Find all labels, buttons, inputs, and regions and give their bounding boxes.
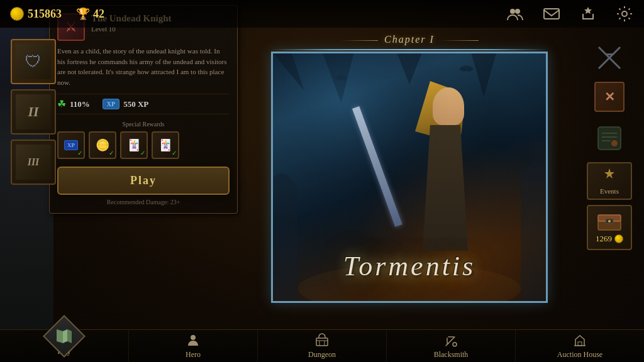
svg-rect-21 <box>578 342 582 346</box>
quest-panel: ⚔ The Undead Knight Level 10 Even as a c… <box>49 5 238 214</box>
character-2-icon: II <box>28 104 38 120</box>
gold-amount: 515863 <box>28 8 62 21</box>
events-button[interactable]: Events <box>587 162 632 200</box>
coin-icon <box>10 7 24 21</box>
nav-play[interactable]: Play <box>0 330 129 362</box>
trophy-amount: 42 <box>93 8 104 21</box>
character-slot-3[interactable]: III <box>11 140 56 185</box>
topbar: 515863 🏆 42 <box>0 0 644 28</box>
left-sidebar: 🛡 II III <box>5 33 62 185</box>
rewards-row: XP ✓ 🪙 ✓ 🃏 ✓ 🃏 ✓ <box>57 131 230 159</box>
crossed-swords-icon <box>594 42 625 74</box>
bottom-nav: Play Hero Dungeon Blacksmi <box>0 329 644 362</box>
guild-button[interactable] <box>579 4 597 23</box>
hero-icon <box>186 333 201 348</box>
blacksmith-icon <box>443 333 458 348</box>
chest-count-display: 1269 <box>596 234 623 244</box>
reward-2-check: ✓ <box>109 150 114 156</box>
special-rewards-label: Special Rewards <box>57 121 230 128</box>
settings-button[interactable] <box>615 4 634 23</box>
nav-blacksmith[interactable]: Blacksmith <box>387 330 516 362</box>
dungeon-nav-icon <box>313 332 331 349</box>
nav-auction-label: Auction House <box>557 350 602 359</box>
character-slot-2[interactable]: II <box>11 89 56 134</box>
quest-play-button[interactable]: Play <box>57 167 230 195</box>
chapter-deco-line <box>271 49 548 50</box>
svg-rect-8 <box>606 53 613 55</box>
small-coin-icon <box>614 234 623 243</box>
group-button[interactable] <box>506 4 525 23</box>
reward-4-check: ✓ <box>172 150 177 156</box>
xp-reward-icon: XP <box>64 140 78 150</box>
dungeon-icon <box>314 333 330 348</box>
nav-blacksmith-label: Blacksmith <box>434 350 469 359</box>
luck-stat: ☘ 110% <box>57 98 90 110</box>
nav-hero[interactable]: Hero <box>129 330 258 362</box>
svg-point-3 <box>622 11 627 16</box>
coin-reward-icon: 🪙 <box>96 138 109 152</box>
topbar-right <box>506 4 634 23</box>
svg-rect-2 <box>544 9 559 19</box>
chest-icon <box>597 211 622 231</box>
svg-rect-9 <box>598 127 621 150</box>
close-button[interactable]: ✕ <box>594 82 625 112</box>
card-1-icon: 🃏 <box>127 138 141 152</box>
auction-nav-icon <box>571 332 589 349</box>
reward-card-1: 🃏 ✓ <box>120 131 148 159</box>
reward-card-2: 🃏 ✓ <box>152 131 179 159</box>
reward-1-check: ✓ <box>77 150 82 156</box>
character-1-icon: 🛡 <box>25 52 42 72</box>
trophy-icon: 🏆 <box>77 7 89 21</box>
game-image-area[interactable]: Tormentis <box>271 52 548 303</box>
quest-description: Even as a child, the story of the undead… <box>57 46 230 87</box>
mail-button[interactable] <box>542 4 561 23</box>
nav-hero-label: Hero <box>186 350 201 359</box>
hero-nav-icon <box>184 332 202 349</box>
svg-rect-19 <box>316 338 328 346</box>
svg-point-13 <box>611 140 618 146</box>
character-slot-1[interactable]: 🛡 <box>11 39 56 84</box>
auction-icon <box>572 333 587 348</box>
quest-stats: ☘ 110% XP 550 XP <box>57 94 230 114</box>
luck-value: 110% <box>70 99 90 109</box>
topbar-left: 515863 🏆 42 <box>10 7 104 21</box>
xp-badge: XP <box>103 99 119 109</box>
play-map-icon <box>55 327 74 346</box>
gold-currency: 515863 <box>10 7 62 21</box>
nav-dungeon-label: Dungeon <box>308 350 336 359</box>
map-scroll-icon <box>596 124 623 152</box>
chest-amount: 1269 <box>596 234 612 244</box>
nav-dungeon[interactable]: Dungeon <box>258 330 387 362</box>
card-2-icon: 🃏 <box>158 138 172 152</box>
game-canvas: Tormentis <box>273 53 546 301</box>
svg-point-0 <box>510 9 515 14</box>
scroll-icon-area <box>587 119 632 157</box>
right-sidebar: ✕ Events 1269 <box>575 33 644 250</box>
svg-point-1 <box>515 9 520 14</box>
reward-3-check: ✓ <box>140 150 145 156</box>
chapter-title: Chapter I <box>334 34 485 45</box>
svg-point-18 <box>191 335 196 340</box>
recommended-damage: Recommended Damage: 23+ <box>57 199 230 206</box>
character-3-icon: III <box>28 156 40 168</box>
trophy-currency: 🏆 42 <box>77 7 104 21</box>
reward-coin: 🪙 ✓ <box>89 131 116 159</box>
map-icon-area <box>587 39 632 77</box>
nav-auction[interactable]: Auction House <box>516 330 644 362</box>
xp-value: 550 XP <box>123 99 148 109</box>
svg-point-20 <box>453 343 457 346</box>
svg-point-17 <box>608 220 611 222</box>
game-title: Tormentis <box>343 250 475 282</box>
play-nav-inner <box>53 325 75 348</box>
xp-stat: XP 550 XP <box>103 99 148 109</box>
events-label: Events <box>600 187 619 195</box>
chest-button[interactable]: 1269 <box>587 205 632 250</box>
events-icon <box>601 167 618 185</box>
center-area: Chapter I <box>244 30 575 303</box>
blacksmith-nav-icon <box>442 332 460 349</box>
